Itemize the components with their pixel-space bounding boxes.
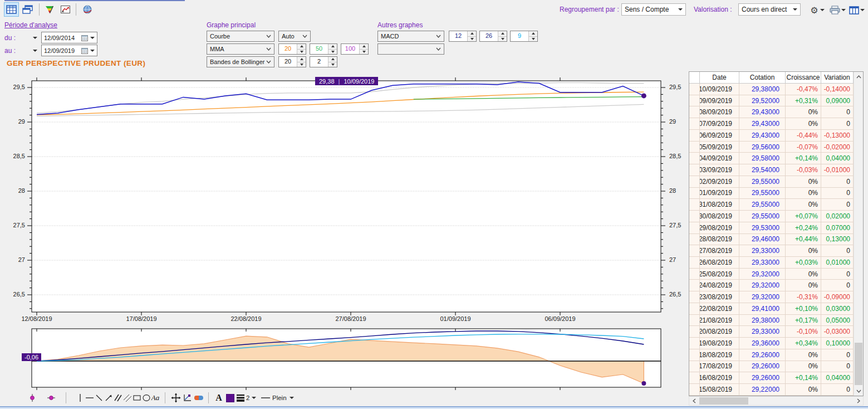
table-row[interactable]: 10/09/201929,38000-0,47%-0,14000 [689, 84, 854, 95]
scrollbar-thumb[interactable] [699, 397, 748, 405]
table-row[interactable]: 08/09/201929,430000%0 [689, 106, 854, 118]
spinner-buttons[interactable] [359, 44, 368, 54]
table-row[interactable]: 01/09/201929,550000%0 [689, 188, 854, 199]
scroll-left-button[interactable] [689, 397, 699, 405]
eraser-tool[interactable] [192, 391, 205, 405]
macd-signal-spinner[interactable]: 9 [510, 31, 538, 42]
table-row[interactable]: 15/08/201929,220000%0 [689, 384, 854, 396]
table-row[interactable]: 21/08/201929,38000+0,17%0,05000 [689, 315, 854, 327]
table-row[interactable]: 03/09/201929,54000-0,03%-0,01000 [689, 164, 854, 176]
table-row[interactable]: 23/08/201929,32000-0,31%-0,09000 [689, 291, 854, 303]
scroll-right-button[interactable] [854, 397, 863, 405]
spinner-down-icon[interactable] [328, 50, 337, 55]
spinner-buttons[interactable] [328, 57, 337, 67]
table-row[interactable]: 31/08/201929,550000%0 [689, 199, 854, 211]
spinner-up-icon[interactable] [498, 31, 507, 37]
columns-button[interactable] [848, 3, 866, 17]
line-width-dropdown[interactable]: 2 [246, 391, 256, 405]
table-row[interactable]: 20/08/201929,33000-0,10%-0,03000 [689, 326, 854, 338]
spinner-down-icon[interactable] [468, 37, 476, 42]
graph-options-button[interactable] [58, 2, 72, 17]
spinner-up-icon[interactable] [328, 44, 337, 50]
main-plot-area[interactable] [32, 81, 661, 312]
macd-slow-spinner[interactable]: 26 [479, 31, 507, 42]
table-row[interactable]: 29/08/201929,53000+0,24%0,07000 [689, 222, 854, 234]
table-row[interactable]: 28/08/201929,46000+0,44%0,13000 [689, 234, 854, 246]
spinner-down-icon[interactable] [498, 37, 507, 42]
table-row[interactable]: 17/08/201929,260000%0 [689, 361, 854, 373]
settings-button[interactable]: ⚙ [808, 3, 826, 17]
spinner-buttons[interactable] [528, 31, 537, 41]
regroupement-combobox[interactable]: Sens / Compte [621, 3, 686, 16]
spinner-down-icon[interactable] [360, 50, 368, 55]
scroll-up-button[interactable] [854, 72, 863, 81]
vertical-marker-tool[interactable] [26, 391, 39, 405]
spinner-buttons[interactable] [328, 44, 337, 54]
scrollbar-thumb[interactable] [855, 343, 862, 385]
horizontal-marker-tool[interactable] [45, 391, 58, 405]
table-row[interactable]: 09/09/201929,52000+0,31%0,09000 [689, 95, 854, 107]
spinner-down-icon[interactable] [297, 50, 306, 55]
table-row[interactable]: 19/08/201929,36000+0,34%0,10000 [689, 338, 854, 349]
table-row[interactable]: 27/08/201929,330000%0 [689, 245, 854, 257]
table-row[interactable]: 06/09/201929,43000-0,44%-0,13000 [689, 130, 854, 142]
vertical-scrollbar[interactable] [854, 72, 863, 396]
from-date-dropdown-button[interactable] [31, 32, 40, 43]
table-row[interactable]: 25/08/201929,320000%0 [689, 269, 854, 280]
spinner-buttons[interactable] [297, 57, 306, 67]
bollinger-period-spinner[interactable]: 20 [278, 56, 306, 67]
graph-type-combobox[interactable]: Courbe [207, 31, 274, 42]
color-picker-button[interactable] [224, 391, 236, 405]
font-button[interactable]: A [213, 391, 225, 405]
spinner-buttons[interactable] [498, 31, 507, 41]
overlay2-combobox[interactable]: Bandes de Bollinger [207, 56, 274, 67]
spinner-buttons[interactable] [297, 44, 306, 54]
show-table-button[interactable] [4, 2, 19, 17]
print-button[interactable] [828, 3, 846, 17]
spinner-down-icon[interactable] [529, 37, 537, 42]
bollinger-deviation-spinner[interactable]: 2 [310, 56, 337, 67]
web-quotes-button[interactable] [80, 2, 95, 17]
table-row[interactable]: 07/09/201929,430000%0 [689, 118, 854, 130]
spinner-down-icon[interactable] [297, 62, 306, 67]
spinner-down-icon[interactable] [328, 62, 337, 67]
macd-chart-svg[interactable] [26, 325, 665, 391]
spinner-up-icon[interactable] [360, 44, 368, 50]
table-row[interactable]: 16/08/201929,26000+0,14%0,04000 [689, 372, 854, 384]
header-date[interactable]: Date [700, 72, 739, 84]
from-date-field[interactable]: 12/09/2014 [41, 32, 97, 43]
to-date-field[interactable]: 12/09/2019 [41, 45, 97, 56]
mma-period-2-spinner[interactable]: 50 [310, 43, 337, 55]
second-indicator-combobox[interactable] [377, 43, 444, 55]
table-row[interactable]: 26/08/201929,33000+0,03%0,01000 [689, 257, 854, 269]
spinner-up-icon[interactable] [297, 44, 306, 50]
overlay1-combobox[interactable]: MMA [207, 43, 274, 55]
spinner-up-icon[interactable] [529, 31, 537, 37]
table-row[interactable]: 05/09/201929,56000-0,07%-0,02000 [689, 142, 854, 153]
mma-period-1-spinner[interactable]: 20 [278, 43, 306, 55]
table-row[interactable]: 30/08/201929,55000+0,07%0,02000 [689, 211, 854, 222]
header-cotation[interactable]: Cotation [739, 72, 786, 84]
filter-button[interactable] [42, 2, 57, 17]
spinner-up-icon[interactable] [328, 57, 337, 62]
valorisation-combobox[interactable]: Cours en direct [738, 3, 801, 16]
line-width-button[interactable] [235, 391, 246, 405]
macd-fast-spinner[interactable]: 12 [449, 31, 477, 42]
line-style-dropdown[interactable]: Plein [272, 391, 294, 405]
scroll-down-button[interactable] [854, 386, 863, 396]
table-row[interactable]: 02/09/201929,550000%0 [689, 176, 854, 188]
table-row[interactable]: 22/08/201929,41000+0,10%0,03000 [689, 303, 854, 315]
spinner-buttons[interactable] [467, 31, 476, 41]
table-row[interactable]: 04/09/201929,58000+0,14%0,04000 [689, 153, 854, 164]
to-date-dropdown-button[interactable] [31, 45, 40, 56]
spinner-up-icon[interactable] [468, 31, 476, 37]
indicator-combobox[interactable]: MACD [377, 31, 444, 42]
text-tool[interactable]: Aa [149, 391, 161, 405]
spinner-up-icon[interactable] [297, 57, 306, 62]
table-row[interactable]: 18/08/201929,260000%0 [689, 349, 854, 361]
header-variation[interactable]: Variation [821, 72, 854, 84]
cascade-windows-button[interactable] [20, 2, 35, 17]
table-row[interactable]: 24/08/201929,320000%0 [689, 280, 854, 291]
main-chart-svg[interactable] [26, 75, 665, 320]
scale-combobox[interactable]: Auto [278, 31, 311, 42]
